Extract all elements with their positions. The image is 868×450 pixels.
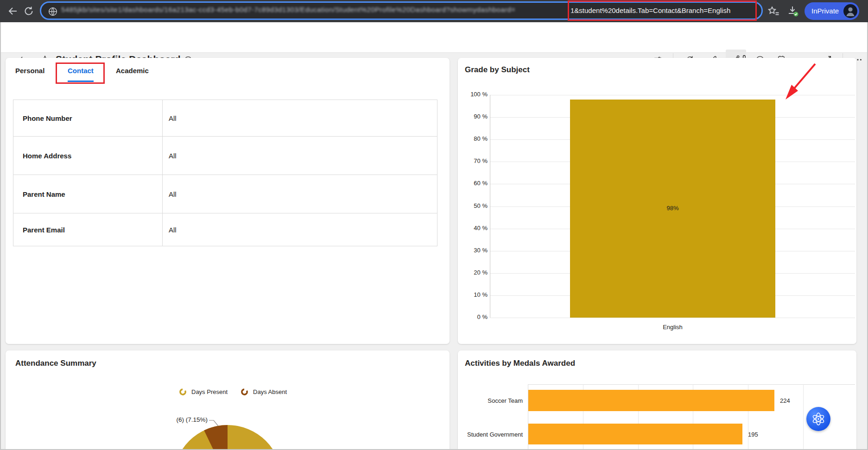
copilot-atom-icon	[806, 407, 830, 431]
y-tick: 100 %	[461, 91, 488, 98]
globe-icon	[48, 6, 58, 17]
url-highlighted-text: 1&student%20details.Tab=Contact&Branch=E…	[569, 2, 755, 19]
legend-label[interactable]: Days Absent	[253, 388, 287, 395]
url-blurred-text: 5485jkb/sites/site1/dashboards/16a213ac-…	[61, 6, 565, 17]
plot-top-line	[528, 384, 855, 385]
gridline	[490, 318, 855, 318]
legend-ring-days-present-icon	[179, 388, 187, 396]
y-tick: 50 %	[461, 202, 488, 209]
table-row: Parent Email All	[13, 213, 437, 246]
y-tick: 20 %	[461, 269, 488, 276]
pbi-toolbar: Student Profile Dashboard	[0, 22, 868, 53]
tab-personal[interactable]: Personal	[15, 67, 44, 75]
x-category-label: English	[570, 324, 775, 331]
legend-ring-days-absent-icon	[241, 388, 248, 396]
inprivate-badge[interactable]: InPrivate	[805, 2, 859, 20]
row-label: Phone Number	[13, 100, 163, 136]
table-row: Home Address All	[13, 136, 437, 175]
y-tick: 60 %	[461, 180, 488, 187]
browser-refresh-icon[interactable]	[23, 6, 34, 17]
tab-annotation-red-box	[56, 62, 105, 84]
y-tick: 40 %	[461, 225, 488, 231]
table-row: Parent Name All	[13, 175, 437, 213]
person-icon	[843, 4, 857, 18]
y-tick: 0 %	[461, 313, 488, 320]
chart-title: Activities by Medals Awarded	[465, 359, 575, 368]
gridline	[803, 384, 804, 450]
row-label: Parent Name	[13, 175, 163, 213]
legend-label[interactable]: Days Present	[191, 388, 228, 395]
bar-value-label: 195	[748, 431, 758, 438]
bar-data-label: 98%	[570, 205, 775, 212]
window-left-border	[0, 22, 1, 450]
url-annotation-red-box: 1&student%20details.Tab=Contact&Branch=E…	[568, 0, 757, 21]
contact-card: Personal Contact Academic Phone Number A…	[6, 58, 450, 344]
bar-student-government[interactable]	[528, 424, 742, 444]
bar-value-label: 224	[780, 397, 790, 404]
favorites-icon[interactable]	[767, 6, 779, 17]
red-arrow-annotation	[778, 60, 822, 104]
inprivate-label: InPrivate	[811, 7, 839, 15]
chart-title: Attendance Summary	[15, 359, 96, 368]
row-value: All	[169, 137, 177, 175]
contact-table: Phone Number All Home Address All Parent…	[13, 100, 437, 246]
y-tick: 70 %	[461, 157, 488, 164]
attendance-summary-card: Attendance Summary Days Present Days Abs…	[6, 350, 450, 450]
y-tick: 10 %	[461, 291, 488, 298]
download-icon[interactable]	[787, 5, 799, 17]
bar-soccer-team[interactable]	[528, 390, 774, 411]
row-label: Home Address	[13, 137, 163, 175]
profile-avatar[interactable]	[843, 4, 857, 18]
row-label: Parent Email	[13, 213, 163, 246]
table-row: Phone Number All	[13, 100, 437, 136]
row-value: All	[169, 213, 177, 246]
row-value: All	[169, 175, 177, 213]
activities-card: Activities by Medals Awarded Soccer Team…	[458, 350, 856, 450]
y-tick: 30 %	[461, 247, 488, 254]
category-label: Soccer Team	[458, 397, 523, 404]
browser-back-icon[interactable]	[7, 6, 19, 17]
y-tick: 90 %	[461, 113, 488, 120]
grade-by-subject-card: Grade by Subject 100 % 90 % 80 % 70 % 60…	[458, 58, 856, 344]
chart-title: Grade by Subject	[465, 65, 530, 75]
y-tick: 80 %	[461, 135, 488, 142]
row-value: All	[169, 100, 177, 136]
pie-legend: Days Present Days Absent	[179, 388, 287, 396]
category-label: Student Government	[458, 431, 523, 438]
y-axis-line	[490, 95, 490, 318]
copilot-fab[interactable]	[806, 407, 830, 431]
browser-chrome: 5485jkb/sites/site1/dashboards/16a213ac-…	[0, 0, 868, 22]
attendance-pie-chart[interactable]	[168, 420, 298, 450]
tab-academic[interactable]: Academic	[116, 67, 149, 75]
